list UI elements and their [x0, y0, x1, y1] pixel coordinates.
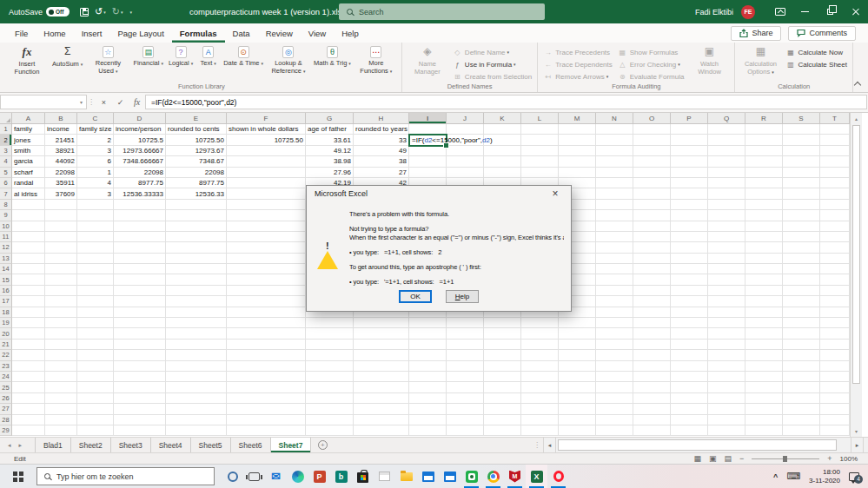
zoom-in-button[interactable]: +: [827, 454, 832, 463]
cell-B10[interactable]: [45, 221, 77, 232]
row-header-13[interactable]: 13: [0, 254, 12, 264]
tab-view[interactable]: View: [301, 23, 334, 43]
cell-N18[interactable]: [596, 307, 633, 318]
cell-K20[interactable]: [484, 328, 521, 339]
cell-O21[interactable]: [633, 340, 671, 350]
cell-P9[interactable]: [671, 210, 708, 221]
cell-F16[interactable]: [227, 286, 306, 296]
trace-precedents-button[interactable]: →Trace Precedents: [540, 47, 615, 57]
row-header-27[interactable]: 27: [0, 404, 12, 414]
column-header-P[interactable]: P: [671, 113, 708, 124]
cell-G27[interactable]: [306, 404, 354, 414]
cell-F4[interactable]: [227, 156, 306, 167]
cell-C4[interactable]: 6: [77, 156, 114, 167]
start-button[interactable]: [0, 465, 36, 488]
page-break-view-button[interactable]: ▤: [724, 455, 732, 463]
cell-T8[interactable]: [820, 200, 850, 210]
cell-A8[interactable]: [12, 200, 45, 210]
cell-N27[interactable]: [596, 404, 633, 414]
tab-home[interactable]: Home: [36, 23, 73, 43]
cell-F13[interactable]: [227, 254, 306, 264]
row-header-9[interactable]: 9: [0, 210, 12, 221]
cell-A14[interactable]: [12, 264, 45, 274]
cell-H3[interactable]: 49: [354, 146, 409, 156]
cell-B27[interactable]: [45, 404, 77, 414]
cell-A6[interactable]: randal: [12, 178, 45, 188]
cell-E12[interactable]: [166, 242, 227, 253]
cell-E24[interactable]: [166, 372, 227, 382]
cell-B1[interactable]: income: [45, 124, 77, 135]
cell-I3[interactable]: [409, 146, 447, 156]
cell-L5[interactable]: [521, 168, 559, 178]
avatar[interactable]: FE: [741, 5, 755, 19]
cell-D1[interactable]: income/person: [114, 124, 166, 135]
cell-G21[interactable]: [306, 340, 354, 350]
cell-J3[interactable]: [447, 146, 484, 156]
help-button[interactable]: Help: [446, 290, 479, 303]
taskbar-icon-green-app[interactable]: [461, 465, 482, 488]
user-name[interactable]: Fadi Elktibi: [695, 8, 733, 16]
cell-K21[interactable]: [484, 340, 521, 350]
cell-T19[interactable]: [820, 318, 850, 328]
cell-J1[interactable]: [447, 124, 484, 135]
tab-data[interactable]: Data: [225, 23, 258, 43]
cell-F29[interactable]: [227, 425, 306, 436]
cell-R19[interactable]: [745, 318, 783, 328]
cell-N8[interactable]: [596, 200, 633, 210]
row-header-28[interactable]: 28: [0, 415, 12, 425]
cell-L28[interactable]: [521, 415, 559, 425]
cell-A21[interactable]: [12, 340, 45, 350]
cell-F8[interactable]: [227, 200, 306, 210]
cell-E4[interactable]: 7348.67: [166, 156, 227, 167]
column-header-D[interactable]: D: [114, 113, 166, 124]
cell-E21[interactable]: [166, 340, 227, 350]
cell-O22[interactable]: [633, 350, 671, 360]
cell-L29[interactable]: [521, 425, 559, 436]
cell-O13[interactable]: [633, 254, 671, 264]
column-header-C[interactable]: C: [77, 113, 114, 124]
cell-B25[interactable]: [45, 382, 77, 392]
cell-F18[interactable]: [227, 307, 306, 318]
calculation-options-button[interactable]: ▦Calculation Options▾: [738, 43, 783, 82]
column-header-K[interactable]: K: [484, 113, 521, 124]
cell-B15[interactable]: [45, 274, 77, 285]
cell-E13[interactable]: [166, 254, 227, 264]
cell-A23[interactable]: [12, 361, 45, 372]
cell-G22[interactable]: [306, 350, 354, 360]
cell-R21[interactable]: [745, 340, 783, 350]
cell-N7[interactable]: [596, 188, 633, 199]
cell-P7[interactable]: [671, 188, 708, 199]
cell-C24[interactable]: [77, 372, 114, 382]
cell-J29[interactable]: [447, 425, 484, 436]
cell-F27[interactable]: [227, 404, 306, 414]
cell-R2[interactable]: [745, 135, 783, 145]
cell-S12[interactable]: [783, 242, 820, 253]
cell-A11[interactable]: [12, 232, 45, 242]
cell-K19[interactable]: [484, 318, 521, 328]
cell-D24[interactable]: [114, 372, 166, 382]
cell-D3[interactable]: 12973.66667: [114, 146, 166, 156]
tab-insert[interactable]: Insert: [74, 23, 110, 43]
cell-B2[interactable]: 21451: [45, 135, 77, 145]
trace-dependents-button[interactable]: ←Trace Dependents: [540, 59, 615, 69]
cell-T29[interactable]: [820, 425, 850, 436]
cell-E11[interactable]: [166, 232, 227, 242]
cell-F6[interactable]: [227, 178, 306, 188]
cell-P5[interactable]: [671, 168, 708, 178]
cell-D28[interactable]: [114, 415, 166, 425]
cell-E14[interactable]: [166, 264, 227, 274]
cell-N9[interactable]: [596, 210, 633, 221]
cell-Q13[interactable]: [708, 254, 745, 264]
cell-C18[interactable]: [77, 307, 114, 318]
column-header-I[interactable]: I: [409, 113, 447, 124]
cell-E3[interactable]: 12973.67: [166, 146, 227, 156]
row-header-12[interactable]: 12: [0, 242, 12, 253]
cell-I25[interactable]: [409, 382, 447, 392]
cell-I20[interactable]: [409, 328, 447, 339]
cell-J20[interactable]: [447, 328, 484, 339]
autosave-toggle[interactable]: AutoSave Off: [9, 7, 70, 16]
row-header-3[interactable]: 3: [0, 146, 12, 156]
cell-T28[interactable]: [820, 415, 850, 425]
cell-E8[interactable]: [166, 200, 227, 210]
cell-A26[interactable]: [12, 393, 45, 404]
